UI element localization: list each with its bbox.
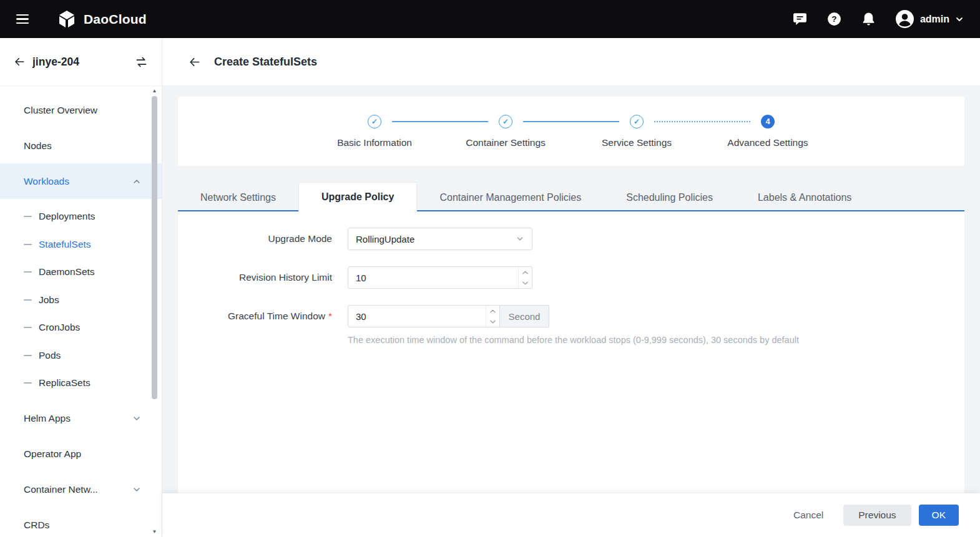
chevron-down-icon [133, 415, 140, 422]
sidebar-item-label: Helm Apps [24, 413, 71, 424]
sidebar-item-pods[interactable]: Pods [0, 342, 162, 370]
spinner-up-icon[interactable] [519, 267, 532, 278]
switch-cluster-icon[interactable] [135, 56, 148, 69]
sidebar-item-cluster-overview[interactable]: Cluster Overview [0, 92, 162, 128]
form-row-graceful-time-window: Graceful Time Window* Second [178, 305, 964, 327]
brand-name: DaoCloud [84, 12, 147, 27]
sidebar-item-label: CronJobs [39, 322, 80, 333]
unit-addon: Second [500, 305, 549, 327]
app-body: jinye-204 Cluster OverviewNodesWorkloads… [0, 38, 980, 537]
dash-icon [24, 355, 32, 356]
user-menu[interactable]: admin [895, 9, 964, 29]
step-check-icon: ✓ [630, 115, 644, 128]
step-connector [392, 121, 488, 122]
step-check-icon: ✓ [368, 115, 381, 128]
username: admin [920, 14, 949, 25]
back-icon[interactable] [189, 56, 200, 68]
step-connector [654, 121, 750, 122]
notifications-bell-icon[interactable] [861, 11, 876, 27]
previous-button[interactable]: Previous [843, 505, 911, 526]
cluster-name: jinye-204 [32, 56, 135, 69]
sidebar-item-label: ReplicaSets [39, 377, 91, 389]
ok-button[interactable]: OK [919, 505, 959, 526]
revision-history-limit-field[interactable] [348, 267, 518, 288]
sidebar-item-helm-apps[interactable]: Helm Apps [0, 401, 162, 437]
scroll-down-icon[interactable]: ▼ [151, 528, 158, 536]
topbar: DaoCloud ? [0, 0, 980, 38]
tab-underline [178, 210, 964, 211]
page-content: ✓Basic Information✓Container Settings✓Se… [162, 86, 980, 493]
sidebar-item-label: Workloads [24, 176, 69, 187]
sidebar-item-crds[interactable]: CRDs [0, 508, 162, 537]
sidebar-header: jinye-204 [0, 38, 162, 86]
sidebar-item-cronjobs[interactable]: CronJobs [0, 314, 162, 342]
step-check-icon: ✓ [499, 115, 512, 128]
dash-icon [24, 216, 32, 217]
step-label: Service Settings [602, 137, 672, 148]
sidebar-item-label: StatefulSets [39, 239, 91, 250]
sidebar-item-daemonsets[interactable]: DaemonSets [0, 258, 162, 286]
number-spinner[interactable] [486, 306, 499, 327]
help-icon[interactable]: ? [826, 11, 842, 27]
upgrade-mode-label: Upgrade Mode [178, 233, 332, 244]
sidebar-item-statefulsets[interactable]: StatefulSets [0, 231, 162, 259]
cancel-button[interactable]: Cancel [783, 505, 833, 526]
step-label: Advanced Settings [727, 137, 808, 148]
topbar-right: ? admin [792, 9, 964, 29]
step-label: Container Settings [466, 137, 546, 148]
sidebar-item-label: Container Netw... [24, 484, 98, 495]
topbar-left: DaoCloud [15, 9, 147, 30]
step-3: ✓Service Settings [571, 115, 702, 148]
step-connector [523, 121, 619, 122]
feedback-icon[interactable] [792, 11, 808, 27]
revision-history-limit-input [348, 266, 532, 289]
graceful-time-window-field[interactable] [348, 306, 486, 327]
main-area: Create StatefulSets ✓Basic Information✓C… [162, 38, 980, 537]
sidebar-item-jobs[interactable]: Jobs [0, 286, 162, 314]
tab-bar: Network SettingsUpgrade PolicyContainer … [178, 182, 964, 211]
step-1: ✓Basic Information [309, 115, 440, 148]
spinner-down-icon[interactable] [486, 316, 499, 327]
graceful-time-window-help: The execution time window of the command… [348, 335, 964, 345]
upgrade-mode-select[interactable]: RollingUpdate [348, 228, 532, 250]
tabs-block: Network SettingsUpgrade PolicyContainer … [178, 182, 964, 493]
menu-toggle-icon[interactable] [15, 12, 30, 27]
scroll-up-icon[interactable]: ▲ [151, 87, 158, 95]
dash-icon [24, 299, 32, 301]
sidebar-item-nodes[interactable]: Nodes [0, 128, 162, 163]
tab-network-settings[interactable]: Network Settings [178, 183, 298, 211]
tab-upgrade-policy[interactable]: Upgrade Policy [298, 182, 417, 211]
required-asterisk: * [328, 311, 332, 321]
chevron-down-icon [133, 486, 140, 493]
sidebar-item-container-netw[interactable]: Container Netw... [0, 472, 162, 508]
footer-actions: Cancel Previous OK [162, 493, 980, 537]
step-2: ✓Container Settings [440, 115, 571, 148]
tab-scheduling-policies[interactable]: Scheduling Policies [604, 183, 735, 211]
upgrade-mode-value: RollingUpdate [356, 234, 516, 244]
sidebar-item-deployments[interactable]: Deployments [0, 203, 162, 231]
sidebar-item-workloads[interactable]: Workloads [0, 163, 162, 199]
tab-container-management-policies[interactable]: Container Management Policies [417, 183, 604, 211]
sidebar-item-operator-app[interactable]: Operator App [0, 437, 162, 472]
back-icon[interactable] [14, 56, 25, 67]
tab-labels-annotations[interactable]: Labels & Annotations [735, 183, 874, 211]
brand[interactable]: DaoCloud [56, 9, 147, 30]
spinner-up-icon[interactable] [486, 306, 499, 316]
number-spinner[interactable] [518, 267, 532, 288]
sidebar-item-label: DaemonSets [39, 266, 95, 278]
sidebar-item-label: Operator App [24, 448, 81, 460]
sidebar-item-label: Cluster Overview [24, 105, 97, 116]
spinner-down-icon[interactable] [519, 278, 532, 288]
sidebar-nav: Cluster OverviewNodesWorkloadsDeployment… [0, 86, 162, 537]
page-header: Create StatefulSets [162, 38, 980, 86]
revision-history-limit-label: Revision History Limit [178, 272, 332, 283]
dash-icon [24, 244, 32, 245]
dash-icon [24, 271, 32, 273]
form-row-upgrade-mode: Upgrade Mode RollingUpdate [178, 228, 964, 250]
form-row-revision-history-limit: Revision History Limit [178, 266, 964, 289]
scrollbar-thumb[interactable] [152, 96, 157, 399]
sidebar-item-replicasets[interactable]: ReplicaSets [0, 369, 162, 397]
sidebar-scrollbar[interactable]: ▲ ▼ [151, 87, 158, 537]
step-number-badge: 4 [761, 115, 775, 128]
step-4: 4Advanced Settings [702, 115, 833, 148]
